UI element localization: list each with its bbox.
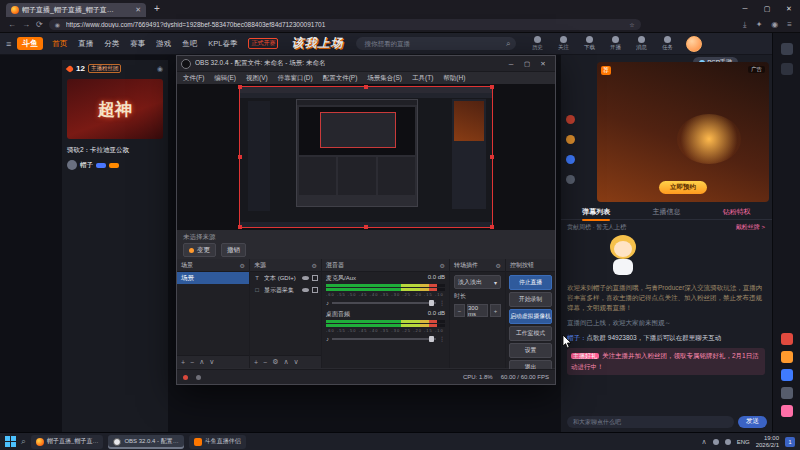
notification-badge[interactable]: 1: [785, 437, 795, 447]
downloads-icon[interactable]: ⤓: [743, 20, 747, 30]
duration-increase-button[interactable]: +: [490, 304, 501, 317]
duration-value[interactable]: 300 ms: [467, 304, 488, 317]
nav-home[interactable]: 首页: [52, 39, 67, 49]
event-banner[interactable]: 该我上场: [291, 35, 343, 52]
selection-handle[interactable]: [490, 85, 494, 89]
add-scene-button[interactable]: +: [181, 359, 185, 366]
extensions-icon[interactable]: ✦: [756, 20, 763, 29]
nav-kpl[interactable]: KPL春季: [208, 39, 237, 49]
sidebar-recharge-icon[interactable]: [781, 351, 793, 363]
obs-maximize-button[interactable]: ▢: [519, 57, 535, 71]
browser-menu-icon[interactable]: ≡: [787, 20, 792, 29]
back-icon[interactable]: ←: [8, 20, 16, 29]
fans-club-badge[interactable]: 主播粉丝团: [88, 64, 122, 73]
sidebar-task-icon[interactable]: [781, 369, 793, 381]
selection-handle[interactable]: [490, 225, 494, 229]
site-search[interactable]: ⌕: [356, 37, 516, 50]
shield-icon[interactable]: ◉: [55, 21, 60, 28]
user-avatar[interactable]: [686, 36, 702, 52]
action-broadcast[interactable]: 开播: [605, 36, 625, 51]
menu-profile[interactable]: 配置文件(P): [323, 74, 358, 83]
tab-diamond-fans[interactable]: 钻粉特权: [702, 207, 772, 217]
activity-icon-gray[interactable]: [566, 175, 575, 184]
promo-banner[interactable]: 超神: [67, 79, 163, 139]
obs-minimize-button[interactable]: ─: [503, 57, 519, 71]
source-item-display[interactable]: □ 显示器采集: [250, 284, 321, 296]
obs-close-button[interactable]: ✕: [535, 57, 551, 71]
activity-icon-orange[interactable]: [566, 135, 575, 144]
selection-handle[interactable]: [238, 85, 242, 89]
account-icon[interactable]: ◉: [771, 20, 778, 29]
nav-categories[interactable]: 分类: [104, 39, 119, 49]
source-up-button[interactable]: ∧: [283, 358, 288, 366]
chat-input[interactable]: [567, 416, 734, 428]
source-item-text[interactable]: T 文本 (GDI+): [250, 272, 321, 284]
menu-help[interactable]: 帮助(H): [443, 74, 465, 83]
sources-gear-icon[interactable]: ⚙: [312, 262, 317, 269]
desktop-volume-slider[interactable]: [332, 338, 436, 340]
source-properties-button[interactable]: ⚙: [272, 358, 278, 366]
streamer-avatar[interactable]: [67, 160, 77, 170]
taskbar-search-icon[interactable]: ⌕: [21, 436, 26, 447]
selection-handle[interactable]: [238, 155, 242, 159]
mic-volume-slider[interactable]: [332, 302, 436, 304]
obs-preview-area[interactable]: [177, 84, 555, 230]
virtual-camera-button[interactable]: 启动虚拟摄像机: [509, 309, 552, 324]
apply-changes-button[interactable]: 变更: [183, 243, 216, 257]
search-icon[interactable]: ⌕: [506, 39, 510, 49]
address-bar[interactable]: ◉ ☆: [49, 19, 641, 30]
sidebar-search-icon[interactable]: [781, 63, 793, 75]
transition-select[interactable]: 淡入淡出 ▾: [454, 275, 501, 289]
volume-icon[interactable]: [725, 439, 731, 445]
nav-esports[interactable]: 赛事: [130, 39, 145, 49]
forward-icon[interactable]: →: [22, 20, 30, 29]
selection-handle[interactable]: [490, 155, 494, 159]
search-input[interactable]: [362, 39, 502, 48]
visibility-eye-icon[interactable]: [302, 288, 309, 292]
tab-close-icon[interactable]: ✕: [135, 6, 141, 14]
desktop-speaker-icon[interactable]: ♪: [326, 336, 329, 342]
menu-docks[interactable]: 停靠窗口(D): [278, 74, 313, 83]
sidebar-feedback-icon[interactable]: [781, 387, 793, 399]
obs-title-bar[interactable]: OBS 32.0.4 - 配置文件: 未命名 - 场景: 未命名 ─ ▢ ✕: [177, 56, 555, 72]
nav-live[interactable]: 直播: [78, 39, 93, 49]
nav-yuba[interactable]: 鱼吧: [182, 39, 197, 49]
clock[interactable]: 19:00 2026/2/1: [756, 435, 779, 449]
mic-speaker-icon[interactable]: ♪: [326, 300, 329, 306]
window-minimize-button[interactable]: ─: [734, 0, 756, 17]
sidebar-fans-icon[interactable]: [781, 405, 793, 417]
ad-banner[interactable]: 荐 广告 立即预约: [597, 62, 769, 202]
visibility-eye-icon[interactable]: [302, 276, 309, 280]
selection-handle[interactable]: [364, 225, 368, 229]
action-download[interactable]: 下载: [579, 36, 599, 51]
lock-icon[interactable]: [312, 287, 318, 293]
streamer-name[interactable]: 帽子: [80, 161, 93, 170]
wear-fans-badge-link[interactable]: 戴粉丝牌 >: [736, 223, 765, 232]
add-source-button[interactable]: +: [254, 359, 258, 366]
category-menu-icon[interactable]: ≡: [6, 39, 11, 49]
menu-scene-collection[interactable]: 场景集合(S): [367, 74, 402, 83]
menu-view[interactable]: 视图(V): [246, 74, 268, 83]
studio-mode-button[interactable]: 工作室模式: [509, 326, 552, 341]
moderator-shield-icon[interactable]: ◉: [157, 65, 163, 73]
menu-file[interactable]: 文件(F): [183, 74, 204, 83]
duration-decrease-button[interactable]: −: [454, 304, 465, 317]
action-tasks[interactable]: 任务: [657, 36, 677, 51]
scenes-gear-icon[interactable]: ⚙: [240, 262, 245, 269]
bookmark-star-icon[interactable]: ☆: [629, 21, 634, 28]
tab-streamer-info[interactable]: 主播信息: [631, 207, 701, 217]
desktop-more-icon[interactable]: ⋮: [439, 335, 445, 342]
window-close-button[interactable]: ✕: [778, 0, 800, 17]
desktop-slider-handle[interactable]: [429, 336, 434, 342]
source-down-button[interactable]: ∨: [294, 358, 299, 366]
transitions-gear-icon[interactable]: ⚙: [496, 262, 501, 269]
selection-handle[interactable]: [238, 225, 242, 229]
scene-down-button[interactable]: ∨: [209, 358, 214, 366]
menu-edit[interactable]: 编辑(E): [214, 74, 236, 83]
window-maximize-button[interactable]: ▢: [756, 0, 778, 17]
lock-icon[interactable]: [312, 275, 318, 281]
language-indicator[interactable]: ENG: [737, 439, 750, 445]
network-icon[interactable]: [713, 439, 719, 445]
remove-scene-button[interactable]: −: [190, 359, 194, 366]
action-history[interactable]: 历史: [527, 36, 547, 51]
